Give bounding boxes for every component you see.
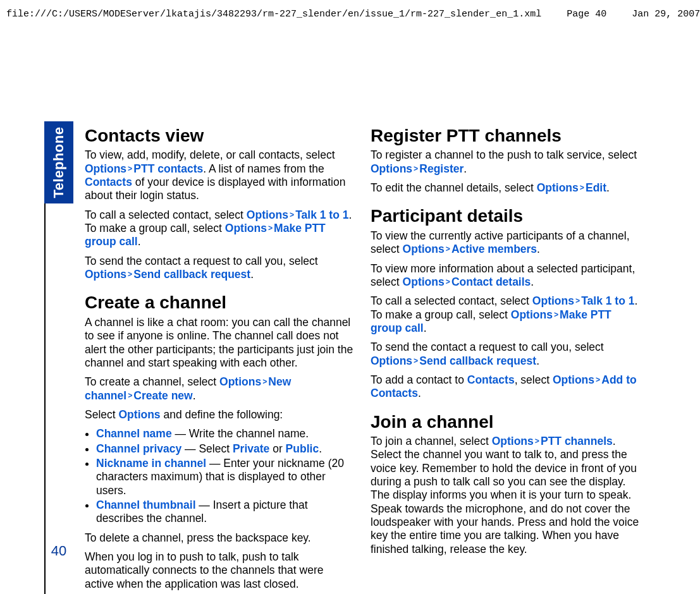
menu-talk-1to1: Talk 1 to 1 xyxy=(581,294,634,307)
p-active-members: To view the currently active participant… xyxy=(371,229,640,257)
list-item: Channel name — Write the channel name. xyxy=(96,427,354,440)
p-login-autoconnect: When you log in to push to talk, push to… xyxy=(85,550,354,591)
header-timestamp: Jan 29, 2007 12:37:36 PM xyxy=(632,9,700,20)
menu-options: Options xyxy=(225,222,267,234)
text: or xyxy=(269,442,285,455)
chevron-right-icon: > xyxy=(267,224,274,233)
text: To view, add, modify, delete, or call co… xyxy=(85,148,335,161)
chevron-right-icon: > xyxy=(534,437,541,446)
option-public: Public xyxy=(286,442,319,455)
menu-options: Options xyxy=(85,162,126,175)
chevron-right-icon: > xyxy=(574,297,581,306)
p-edit-channel: To edit the channel details, select Opti… xyxy=(371,181,640,195)
heading-join-channel: Join a channel xyxy=(371,413,640,431)
chevron-right-icon: > xyxy=(579,184,586,193)
section-tab: Telephone xyxy=(44,121,73,203)
text: and define the following: xyxy=(161,408,283,421)
text: . xyxy=(606,181,610,194)
text: . xyxy=(418,387,421,399)
menu-options: Options xyxy=(537,181,579,194)
page-root: file:///C:/USERS/MODEServer/lkatajis/348… xyxy=(0,0,700,594)
menu-options: Options xyxy=(403,276,445,288)
chevron-right-icon: > xyxy=(126,270,133,279)
chevron-right-icon: > xyxy=(412,357,419,366)
menu-options: Options xyxy=(119,408,161,421)
menu-options: Options xyxy=(492,435,534,447)
p-call-contact-2: To call a selected contact, select Optio… xyxy=(371,294,640,335)
left-column: Contacts view To view, add, modify, dele… xyxy=(85,126,354,594)
field-nickname: Nickname in channel xyxy=(96,457,206,470)
heading-register-ptt: Register PTT channels xyxy=(371,126,640,145)
menu-options: Options xyxy=(553,373,594,386)
p-channel-desc: A channel is like a chat room: you can c… xyxy=(85,316,354,370)
text: To send the contact a request to call yo… xyxy=(85,255,318,267)
p-contacts-intro: To view, add, modify, delete, or call co… xyxy=(85,148,354,202)
menu-edit: Edit xyxy=(586,181,606,194)
text: . xyxy=(464,162,467,175)
menu-contact-details: Contact details xyxy=(451,276,531,288)
menu-options: Options xyxy=(371,355,412,367)
chevron-right-icon: > xyxy=(288,211,295,220)
text: To edit the channel details, select xyxy=(371,181,537,194)
text: . xyxy=(319,442,322,455)
menu-ptt-contacts: PTT contacts xyxy=(133,162,203,175)
chevron-right-icon: > xyxy=(412,165,419,174)
field-channel-thumbnail: Channel thumbnail xyxy=(96,499,196,511)
p-send-callback: To send the contact a request to call yo… xyxy=(85,255,354,282)
text: To join a channel, select xyxy=(371,435,492,447)
menu-register: Register xyxy=(419,162,464,175)
page-number: 40 xyxy=(44,543,73,559)
menu-active-members: Active members xyxy=(451,243,537,255)
p-add-to-contacts: To add a contact to Contacts, select Opt… xyxy=(371,373,640,401)
menu-create-new: Create new xyxy=(133,389,192,402)
text: — Write the channel name. xyxy=(172,427,309,440)
text: Select xyxy=(85,408,119,421)
heading-contacts-view: Contacts view xyxy=(85,126,354,145)
text: . Select the channel you want to talk to… xyxy=(371,435,639,555)
header-page: Page 40 xyxy=(567,9,606,20)
chevron-right-icon: > xyxy=(594,376,601,385)
text: , select xyxy=(515,373,553,386)
chevron-right-icon: > xyxy=(126,392,133,401)
text: . xyxy=(537,243,540,255)
field-channel-name: Channel name xyxy=(96,427,172,440)
menu-options: Options xyxy=(85,268,126,281)
chevron-right-icon: > xyxy=(553,311,560,320)
menu-send-callback-request: Send callback request xyxy=(133,268,250,281)
text: . xyxy=(193,389,196,402)
text: . A list of names from the xyxy=(203,162,324,175)
p-contact-details: To view more information about a selecte… xyxy=(371,262,640,289)
text: . xyxy=(250,268,254,281)
list-item: Channel privacy — Select Private or Publ… xyxy=(96,442,354,456)
list-item: Nickname in channel — Enter your nicknam… xyxy=(96,457,354,497)
menu-contacts: Contacts xyxy=(467,373,515,386)
chevron-right-icon: > xyxy=(261,378,268,387)
menu-options: Options xyxy=(219,375,261,388)
chevron-right-icon: > xyxy=(126,165,133,174)
text: To add a contact to xyxy=(371,373,467,386)
header-file-path: file:///C:/USERS/MODEServer/lkatajis/348… xyxy=(6,9,541,20)
text: To call a selected contact, select xyxy=(371,294,532,307)
text: . xyxy=(531,276,534,288)
chevron-right-icon: > xyxy=(445,245,451,254)
text: To send the contact a request to call yo… xyxy=(371,341,604,353)
option-private: Private xyxy=(233,442,269,455)
text: . xyxy=(138,235,141,248)
text: . xyxy=(424,322,427,334)
p-select-options: Select Options and define the following: xyxy=(85,408,354,421)
channel-fields-list: Channel name — Write the channel name. C… xyxy=(85,427,354,525)
p-delete-channel: To delete a channel, press the backspace… xyxy=(85,531,354,545)
text: To call a selected contact, select xyxy=(85,209,247,221)
menu-options: Options xyxy=(511,308,553,321)
menu-options: Options xyxy=(532,294,574,307)
right-column: Register PTT channels To register a chan… xyxy=(371,126,640,594)
menu-options: Options xyxy=(371,162,412,175)
menu-contacts: Contacts xyxy=(85,176,132,188)
p-join-channel: To join a channel, select Options>PTT ch… xyxy=(371,435,640,556)
content-columns: Contacts view To view, add, modify, dele… xyxy=(85,126,640,594)
heading-create-channel: Create a channel xyxy=(85,293,354,312)
menu-ptt-channels: PTT channels xyxy=(541,435,613,447)
menu-send-callback-request: Send callback request xyxy=(419,355,536,367)
text: . xyxy=(536,355,539,367)
menu-talk-1to1: Talk 1 to 1 xyxy=(295,209,348,221)
